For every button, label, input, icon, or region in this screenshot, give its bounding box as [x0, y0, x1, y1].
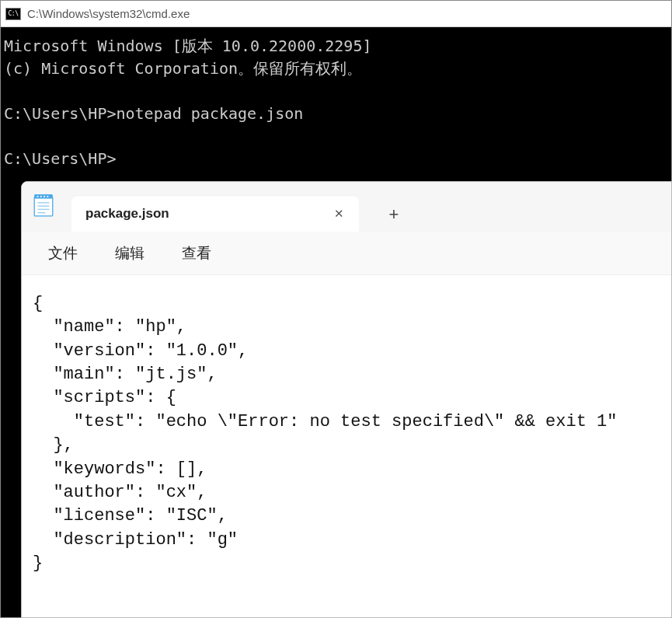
menu-file[interactable]: 文件 — [30, 237, 96, 270]
new-tab-button[interactable]: + — [374, 197, 413, 232]
notepad-menubar: 文件 编辑 查看 — [22, 232, 671, 275]
cmd-prompt-line[interactable]: C:\Users\HP> — [4, 148, 668, 170]
cmd-banner-line: (c) Microsoft Corporation。保留所有权利。 — [4, 58, 668, 80]
notepad-window: package.json ✕ + 文件 编辑 查看 { "name": "hp"… — [21, 181, 672, 618]
svg-point-4 — [44, 196, 45, 197]
svg-point-2 — [37, 196, 38, 197]
tab-active[interactable]: package.json ✕ — [71, 196, 359, 232]
menu-edit[interactable]: 编辑 — [96, 237, 163, 270]
notepad-titlebar: package.json ✕ + — [22, 182, 671, 232]
cmd-titlebar: C:\ C:\Windows\system32\cmd.exe — [1, 1, 671, 27]
cmd-command-text: notepad package.json — [117, 104, 304, 123]
notepad-app-icon — [33, 193, 54, 218]
close-tab-button[interactable]: ✕ — [326, 201, 351, 226]
cmd-blank-line — [4, 80, 668, 103]
svg-point-5 — [47, 196, 48, 197]
cmd-output[interactable]: Microsoft Windows [版本 10.0.22000.2295](c… — [1, 27, 671, 178]
tab-title: package.json — [85, 206, 320, 222]
cmd-blank-line — [4, 125, 668, 148]
notepad-editor[interactable]: { "name": "hp", "version": "1.0.0", "mai… — [22, 275, 671, 617]
cmd-prompt: C:\Users\HP> — [4, 149, 117, 168]
editor-text: { "name": "hp", "version": "1.0.0", "mai… — [33, 294, 618, 573]
menu-view[interactable]: 查看 — [163, 237, 230, 270]
cmd-banner-line: Microsoft Windows [版本 10.0.22000.2295] — [4, 35, 668, 58]
cmd-icon: C:\ — [5, 8, 21, 20]
svg-point-3 — [40, 196, 42, 197]
cmd-title: C:\Windows\system32\cmd.exe — [27, 7, 190, 20]
cmd-prompt-line: C:\Users\HP>notepad package.json — [4, 103, 668, 125]
cmd-prompt: C:\Users\HP> — [4, 104, 117, 123]
